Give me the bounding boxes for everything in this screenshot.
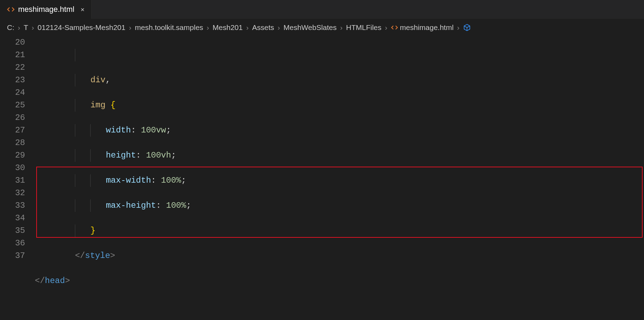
line-number: 37	[0, 250, 25, 262]
line-number: 30	[0, 162, 25, 174]
line-number: 25	[0, 99, 25, 112]
tab-meshimage[interactable]: meshimage.html ✕	[0, 0, 92, 19]
tab-bar: meshimage.html ✕	[0, 0, 644, 19]
breadcrumb-item-4[interactable]: Mesh201	[213, 21, 243, 35]
code-line[interactable]: img {	[35, 99, 644, 112]
breadcrumb-item-0[interactable]: C:	[7, 21, 14, 35]
line-number: 28	[0, 137, 25, 149]
line-number: 36	[0, 237, 25, 250]
line-number: 26	[0, 112, 25, 124]
code-line[interactable]	[35, 300, 644, 312]
tab-label: meshimage.html	[18, 5, 74, 14]
line-number: 33	[0, 199, 25, 212]
breadcrumb-item-6[interactable]: MeshWebSlates	[283, 21, 337, 35]
code-line[interactable]: </head>	[35, 275, 644, 287]
breadcrumb-item-5[interactable]: Assets	[252, 21, 274, 35]
code-area[interactable]: div, img { width: 100vw; height: 100vh; …	[35, 36, 644, 320]
chevron-right-icon: ›	[16, 21, 22, 35]
code-line[interactable]: div,	[35, 74, 644, 86]
line-number: 22	[0, 61, 25, 74]
breadcrumb-item-8[interactable]: meshimage.html	[400, 21, 454, 35]
line-number: 31	[0, 174, 25, 187]
breadcrumb-item-3[interactable]: mesh.toolkit.samples	[135, 21, 203, 35]
chevron-right-icon: ›	[456, 21, 461, 35]
chevron-right-icon: ›	[245, 21, 250, 35]
cube-icon	[463, 24, 471, 31]
code-line[interactable]: height: 100vh;	[35, 149, 644, 162]
line-number: 32	[0, 187, 25, 199]
code-line[interactable]: </style>	[35, 250, 644, 262]
code-line[interactable]: max-height: 100%;	[35, 199, 644, 212]
breadcrumb[interactable]: C:› T› 012124-Samples-Mesh201› mesh.tool…	[0, 19, 644, 36]
chevron-right-icon: ›	[276, 21, 281, 35]
html-file-icon	[7, 6, 15, 13]
chevron-right-icon: ›	[30, 21, 36, 35]
line-number: 29	[0, 149, 25, 162]
line-number: 24	[0, 86, 25, 99]
chevron-right-icon: ›	[205, 21, 210, 35]
breadcrumb-item-2[interactable]: 012124-Samples-Mesh201	[38, 21, 125, 35]
chevron-right-icon: ›	[128, 21, 133, 35]
line-number: 27	[0, 124, 25, 137]
code-editor[interactable]: 202122232425262728293031323334353637 div…	[0, 36, 644, 320]
code-line[interactable]: }	[35, 224, 644, 237]
code-line[interactable]	[35, 49, 644, 61]
line-number: 23	[0, 74, 25, 86]
line-number: 35	[0, 224, 25, 237]
code-line[interactable]: max-width: 100%;	[35, 174, 644, 187]
html-file-icon	[391, 24, 398, 31]
code-line[interactable]: width: 100vw;	[35, 124, 644, 137]
chevron-right-icon: ›	[339, 21, 344, 35]
line-number-gutter: 202122232425262728293031323334353637	[0, 36, 35, 320]
chevron-right-icon: ›	[384, 21, 389, 35]
line-number: 21	[0, 49, 25, 61]
line-number: 20	[0, 36, 25, 49]
close-icon[interactable]: ✕	[80, 6, 84, 13]
breadcrumb-item-7[interactable]: HTMLFiles	[346, 21, 382, 35]
breadcrumb-item-1[interactable]: T	[24, 21, 28, 35]
line-number: 34	[0, 212, 25, 224]
